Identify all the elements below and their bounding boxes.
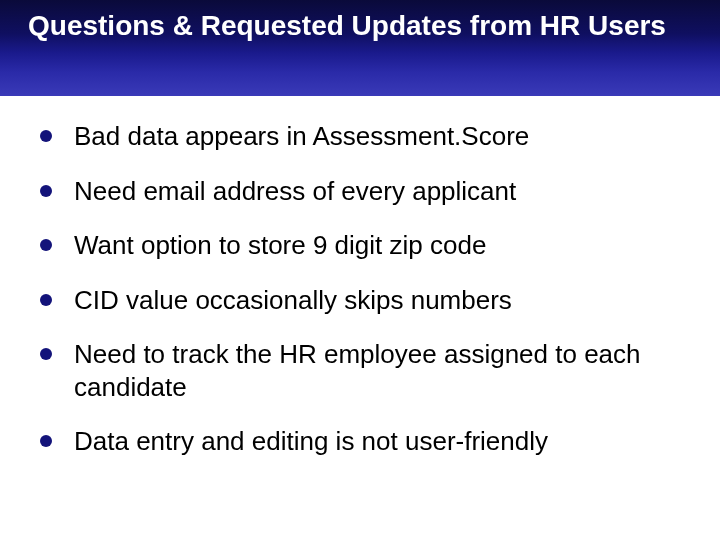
list-item: Need to track the HR employee assigned t… <box>40 338 680 403</box>
bullet-text: Bad data appears in Assessment.Score <box>74 120 529 153</box>
bullet-icon <box>40 294 52 306</box>
list-item: Bad data appears in Assessment.Score <box>40 120 680 153</box>
list-item: Want option to store 9 digit zip code <box>40 229 680 262</box>
slide-title: Questions & Requested Updates from HR Us… <box>28 8 666 43</box>
list-item: Need email address of every applicant <box>40 175 680 208</box>
title-band: Questions & Requested Updates from HR Us… <box>0 0 720 96</box>
bullet-icon <box>40 435 52 447</box>
bullet-text: Need email address of every applicant <box>74 175 516 208</box>
bullet-icon <box>40 185 52 197</box>
bullet-text: Want option to store 9 digit zip code <box>74 229 486 262</box>
bullet-icon <box>40 348 52 360</box>
bullet-text: Data entry and editing is not user-frien… <box>74 425 548 458</box>
slide-content: Bad data appears in Assessment.Score Nee… <box>0 96 720 458</box>
bullet-text: CID value occasionally skips numbers <box>74 284 512 317</box>
list-item: CID value occasionally skips numbers <box>40 284 680 317</box>
bullet-icon <box>40 130 52 142</box>
bullet-text: Need to track the HR employee assigned t… <box>74 338 680 403</box>
list-item: Data entry and editing is not user-frien… <box>40 425 680 458</box>
slide: Questions & Requested Updates from HR Us… <box>0 0 720 540</box>
bullet-icon <box>40 239 52 251</box>
